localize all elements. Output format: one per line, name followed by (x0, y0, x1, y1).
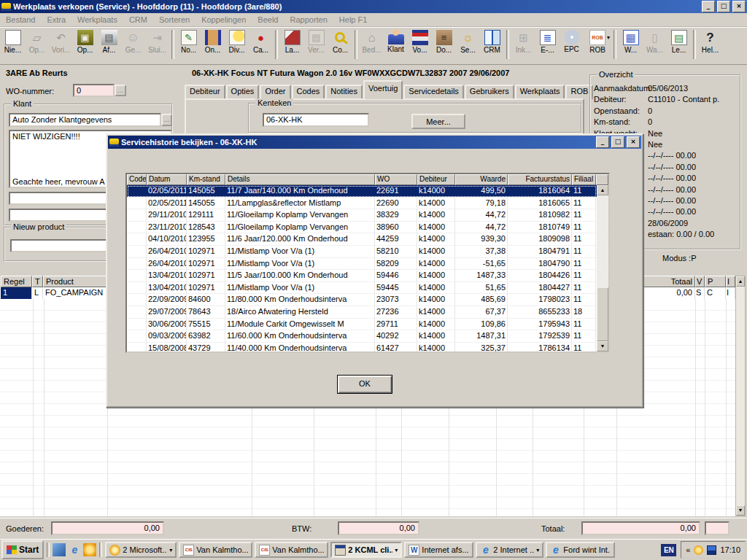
column-header-i[interactable]: I (726, 276, 735, 287)
menu-item-crm[interactable]: CRM (123, 15, 153, 25)
tab-debiteur[interactable]: Debiteur (185, 85, 225, 99)
close-icon[interactable]: × (732, 1, 746, 12)
scroll-down-icon[interactable]: ▼ (597, 341, 608, 351)
ok-button[interactable]: OK (337, 375, 392, 394)
tray-chevron-icon[interactable]: « (686, 545, 690, 554)
service-history-row[interactable]: 15/08/20084372911/40.000 Km Onderhoudsin… (127, 343, 597, 351)
menu-item-beeld[interactable]: Beeld (252, 15, 284, 25)
taskbar-button-internet-afs[interactable]: WInternet afs... (404, 542, 473, 558)
epc-disc-button[interactable]: EPC (560, 28, 584, 61)
column-header-t[interactable]: T (32, 276, 43, 287)
start-button[interactable]: Start (1, 540, 44, 559)
sleutels-keys-button[interactable]: Co... (328, 28, 352, 61)
tab-werkplaats[interactable]: Werkplaats (515, 85, 565, 99)
maximize-icon[interactable]: □ (717, 1, 730, 12)
crm-book-button[interactable]: CRM (480, 28, 504, 61)
dropdown-arrow-icon[interactable]: ▾ (395, 547, 398, 553)
taskbar-button-van-kalmtho[interactable]: CISVan Kalmtho... (255, 542, 328, 558)
menu-item-help-f1[interactable]: Help F1 (333, 15, 374, 25)
tab-gebruikers[interactable]: Gebruikers (465, 85, 514, 99)
klant-name-input[interactable]: Auto Zonder Klantgegevens (9, 113, 161, 127)
help-button[interactable]: ?Hel... (698, 28, 722, 61)
service-history-row[interactable]: 04/10/201012395511/6 Jaar/120.000 Km Ond… (127, 233, 597, 246)
grid-cell-v[interactable]: S (695, 287, 705, 299)
grid-cell-product[interactable]: FO_CAMPAIGN (43, 287, 107, 299)
quicklaunch-scheduler-clock-icon[interactable] (83, 543, 96, 556)
quicklaunch-show-desktop-icon[interactable] (53, 543, 66, 556)
column-header-details[interactable]: Details (225, 174, 375, 185)
handshake-button[interactable]: On... (201, 28, 225, 61)
column-header-datum[interactable]: Datum (147, 174, 187, 185)
leveranciers-list-button[interactable]: ▤Le... (667, 28, 691, 61)
minimize-icon[interactable]: _ (702, 1, 715, 12)
print-button[interactable]: ▤Af... (97, 28, 121, 61)
column-header-regel[interactable]: Regel (1, 276, 32, 287)
service-history-row[interactable]: 23/11/201012854311/Gloeilamp Koplamp Ver… (127, 222, 597, 234)
clock-document-button[interactable]: Div... (225, 28, 249, 61)
taskbar-button-2-kcml-cli[interactable]: 2 KCML cli...▾ (330, 542, 402, 558)
taskbar-button-2-internet[interactable]: e2 Internet ...▾ (476, 542, 543, 558)
service-history-row[interactable]: 09/03/20096398211/60.000 Km Onderhoudsin… (127, 330, 597, 343)
column-header-v[interactable]: V (695, 276, 705, 287)
rob-button[interactable]: ROBROB▾ (584, 28, 611, 61)
grid-cell-regel[interactable]: 1 (1, 287, 32, 299)
dropdown-arrow-icon[interactable]: ▾ (607, 34, 610, 41)
tray-network-icon[interactable] (707, 545, 716, 555)
taskbar-button-ford-wint-int[interactable]: eFord wint Int... (546, 542, 615, 558)
menu-item-werkplaats[interactable]: Werkplaats (71, 15, 123, 25)
column-header-p[interactable]: P (705, 276, 726, 287)
language-indicator[interactable]: EN (661, 544, 676, 556)
service-history-row[interactable]: 13/04/201010297111/5 Jaar/100.000 Km Ond… (127, 270, 597, 282)
e-document-button[interactable]: ≣E-... (535, 28, 560, 61)
scroll-up-icon[interactable]: ▲ (736, 276, 745, 287)
grid-vertical-scrollbar[interactable]: ▲ ▼ (735, 276, 746, 516)
scroll-down-icon[interactable]: ▼ (736, 505, 745, 516)
nieuw-product-input[interactable] (10, 239, 109, 252)
tab-servicedetails[interactable]: Servicedetails (403, 85, 463, 99)
dialog-maximize-icon[interactable]: □ (611, 136, 624, 148)
dialog-minimize-icon[interactable]: _ (596, 136, 609, 148)
column-header-factuurstatus[interactable]: Factuurstatus (508, 174, 572, 185)
new-document-button[interactable]: Nie... (1, 28, 25, 61)
menu-item-bestand[interactable]: Bestand (0, 15, 41, 25)
calculatie-button[interactable]: ●Ca... (249, 28, 273, 61)
wo-browse-button[interactable]: ... (115, 85, 126, 96)
service-history-row[interactable]: 02/05/201114505511/Lampglas&reflector Mi… (127, 198, 597, 210)
menu-item-extra[interactable]: Extra (41, 15, 71, 25)
service-dish-button[interactable]: ☼Se... (456, 28, 480, 61)
save-floppy-button[interactable]: ▣Op... (73, 28, 97, 61)
table-vertical-scrollbar[interactable]: ▲ ▼ (597, 185, 608, 351)
lade-hand-book-button[interactable]: La... (280, 28, 304, 61)
tray-clock-icon[interactable] (694, 545, 703, 555)
column-header-wo[interactable]: WO (375, 174, 417, 185)
klant-person-button[interactable]: Klant (384, 28, 408, 61)
kenteken-input[interactable]: 06-XK-HK (263, 113, 369, 127)
tab-order[interactable]: Order (260, 85, 290, 99)
quicklaunch-internet-explorer-icon[interactable]: e (68, 543, 81, 556)
taskbar-button-van-kalmtho[interactable]: CISVan Kalmtho... (179, 542, 252, 558)
wo-number-input[interactable]: 0 (73, 84, 115, 97)
meer-button[interactable]: Meer... (411, 114, 465, 129)
dialog-close-icon[interactable]: × (627, 136, 640, 148)
tab-notities[interactable]: Notities (325, 85, 363, 99)
klant-browse-button[interactable]: ... (161, 114, 172, 126)
column-header-code[interactable]: Code (127, 174, 147, 185)
service-history-row[interactable]: 29/07/20097864318/Airco Afwatering Herst… (127, 306, 597, 319)
service-history-row[interactable]: 26/04/201010297111/Mistlamp Voor V/a (1)… (127, 258, 597, 271)
tab-voertuig[interactable]: Voertuig (363, 80, 403, 99)
notepad-pencil-button[interactable]: ✎No... (177, 28, 201, 61)
column-header-waarde[interactable]: Waarde (455, 174, 508, 185)
taskbar-button-2-microsoft[interactable]: 2 Microsoft...▾ (105, 542, 177, 558)
service-history-row[interactable]: 13/04/201010297111/Mistlamp Voor V/a (1)… (127, 282, 597, 295)
column-header-filiaal[interactable]: Filiaal (572, 174, 596, 185)
menu-item-sorteren[interactable]: Sorteren (153, 15, 196, 25)
grid-cell-p[interactable]: C (705, 287, 726, 299)
service-history-row[interactable]: 29/11/201012911111/Gloeilamp Koplamp Ver… (127, 209, 597, 222)
grid-cell-t[interactable]: L (32, 287, 43, 299)
dropdown-arrow-icon[interactable]: ▾ (169, 547, 172, 553)
tab-codes[interactable]: Codes (292, 85, 325, 99)
werkblad-grid-button[interactable]: ▦W... (619, 28, 643, 61)
service-history-row[interactable]: 22/09/20098460011/80.000 Km Onderhoudsin… (127, 294, 597, 306)
dossier-cabinet-button[interactable]: ≡Do... (432, 28, 456, 61)
service-history-row[interactable]: 02/05/201114505511/7 Jaar/140.000 Km Ond… (127, 185, 597, 198)
